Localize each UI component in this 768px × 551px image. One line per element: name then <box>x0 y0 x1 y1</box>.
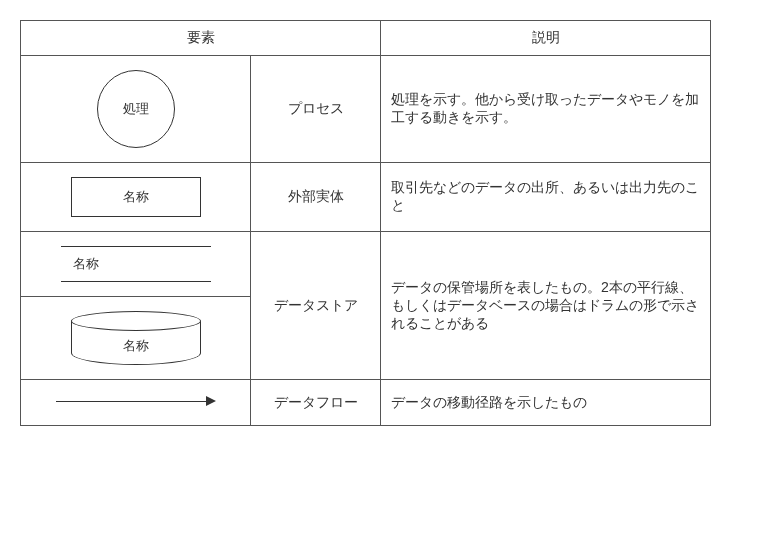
parallel-lines-icon: 名称 <box>61 246 211 282</box>
dfd-notation-table: 要素 説明 処理 プロセス 処理を示す。他から受け取ったデータやモノを加工する動… <box>20 20 710 426</box>
symbol-cell-external: 名称 <box>21 163 251 232</box>
header-description: 説明 <box>381 21 711 56</box>
symbol-label: 処理 <box>123 100 149 118</box>
symbol-label: 名称 <box>123 188 149 206</box>
symbol-cell-datastore-lines: 名称 <box>21 232 251 297</box>
row-process: 処理 プロセス 処理を示す。他から受け取ったデータやモノを加工する動きを示す。 <box>21 56 711 163</box>
rectangle-icon: 名称 <box>71 177 201 217</box>
row-datastore-lines: 名称 データストア データの保管場所を表したもの。2本の平行線、もしくはデータベ… <box>21 232 711 297</box>
symbol-label: 名称 <box>61 247 211 281</box>
desc-process: 処理を示す。他から受け取ったデータやモノを加工する動きを示す。 <box>381 56 711 163</box>
desc-dataflow: データの移動径路を示したもの <box>381 380 711 426</box>
symbol-cell-process: 処理 <box>21 56 251 163</box>
header-element: 要素 <box>21 21 381 56</box>
row-dataflow: データフロー データの移動径路を示したもの <box>21 380 711 426</box>
desc-datastore: データの保管場所を表したもの。2本の平行線、もしくはデータベースの場合はドラムの… <box>381 232 711 380</box>
arrow-right-icon <box>56 394 216 408</box>
header-row: 要素 説明 <box>21 21 711 56</box>
name-external: 外部実体 <box>251 163 381 232</box>
circle-icon: 処理 <box>97 70 175 148</box>
symbol-label: 名称 <box>123 337 149 355</box>
symbol-cell-dataflow <box>21 380 251 426</box>
table: 要素 説明 処理 プロセス 処理を示す。他から受け取ったデータやモノを加工する動… <box>20 20 711 426</box>
name-dataflow: データフロー <box>251 380 381 426</box>
name-process: プロセス <box>251 56 381 163</box>
drum-icon: 名称 <box>71 311 201 365</box>
name-datastore: データストア <box>251 232 381 380</box>
symbol-cell-datastore-drum: 名称 <box>21 297 251 380</box>
row-external: 名称 外部実体 取引先などのデータの出所、あるいは出力先のこと <box>21 163 711 232</box>
desc-external: 取引先などのデータの出所、あるいは出力先のこと <box>381 163 711 232</box>
